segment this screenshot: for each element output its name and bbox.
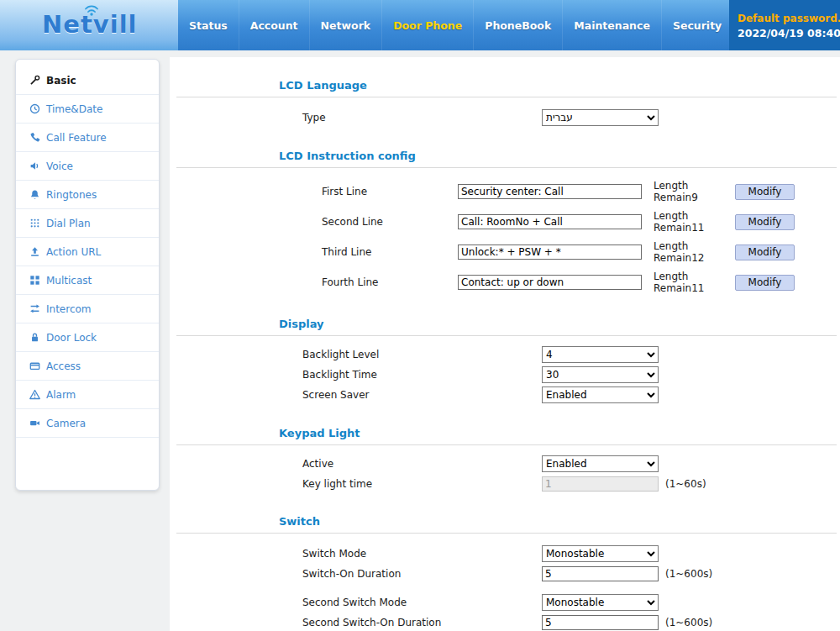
field-label: Backlight Level — [302, 349, 542, 360]
sidebar-item-label: Alarm — [46, 389, 76, 401]
lcd-language-type-select[interactable]: עברית — [542, 109, 659, 126]
form-row-switch-mode: Switch Mode Monostable — [302, 545, 840, 562]
wifi-antenna-icon — [81, 2, 102, 19]
sidebar-menu: Basic Time&Date Call Feature Voice Ringt… — [15, 59, 160, 491]
form-row-switch-on-duration: Switch-On Duration (1~600s) — [302, 566, 840, 581]
switch-on-duration-input[interactable] — [542, 566, 659, 581]
field-label: Second Line — [322, 216, 458, 228]
form-row-second-switch-on-duration: Second Switch-On Duration (1~600s) — [302, 615, 840, 630]
field-label: Type — [302, 112, 542, 124]
upload-icon — [29, 246, 40, 257]
sidebar-item-access[interactable]: Access — [16, 352, 159, 381]
range-hint: (1~60s) — [665, 478, 706, 490]
lock-icon — [29, 332, 40, 343]
sidebar-item-label: Ringtones — [46, 189, 97, 201]
modify-button[interactable]: Modify — [735, 214, 795, 230]
field-label: Switch-On Duration — [302, 568, 542, 580]
sidebar-item-multicast[interactable]: Multicast — [16, 266, 159, 295]
range-hint: (1~600s) — [665, 617, 712, 628]
sidebar-item-label: Dial Plan — [46, 218, 91, 229]
screen-saver-select[interactable]: Enabled — [542, 386, 659, 403]
second-switch-mode-select[interactable]: Monostable — [542, 594, 659, 611]
tab-network[interactable]: Network — [309, 0, 382, 50]
tab-account[interactable]: Account — [239, 0, 309, 50]
field-label: Second Switch-On Duration — [302, 617, 542, 628]
tab-status[interactable]: Status — [178, 0, 239, 50]
sidebar-item-label: Camera — [46, 418, 86, 429]
sidebar-item-ringtones[interactable]: Ringtones — [16, 181, 159, 209]
camera-icon — [29, 418, 40, 429]
form-row-second-line: Second Line Length Remain11 Modify — [322, 210, 840, 234]
sidebar-item-door-lock[interactable]: Door Lock — [16, 323, 159, 352]
form-row-key-light-time: Key light time (1~60s) — [302, 476, 840, 492]
sidebar-item-time-date[interactable]: Time&Date — [16, 95, 159, 124]
tab-phonebook[interactable]: PhoneBook — [473, 0, 562, 50]
second-switch-on-duration-input[interactable] — [542, 615, 659, 630]
range-hint: (1~600s) — [665, 568, 712, 580]
sidebar-item-label: Multicast — [46, 275, 92, 287]
speaker-icon — [29, 160, 40, 171]
backlight-level-select[interactable]: 4 — [542, 346, 659, 363]
field-label: Screen Saver — [302, 389, 542, 401]
sidebar-item-camera[interactable]: Camera — [16, 409, 159, 438]
sidebar-item-call-feature[interactable]: Call Feature — [16, 124, 159, 152]
app-window: Netvill Status Account Network Door Phon… — [0, 0, 840, 631]
section-title-lcd-instruction-config: LCD Instruction config — [279, 150, 840, 162]
section-divider — [176, 97, 837, 97]
form-row-backlight-level: Backlight Level 4 — [302, 346, 840, 363]
header-status-box: Default password. 2022/04/19 08:40 — [729, 0, 840, 50]
modify-button[interactable]: Modify — [735, 184, 795, 200]
field-label: Backlight Time — [302, 369, 542, 381]
bell-icon — [29, 189, 40, 200]
third-line-input[interactable] — [458, 245, 642, 260]
length-remain-text: Length Remain9 — [654, 180, 735, 203]
field-label: Active — [302, 458, 542, 470]
modify-button[interactable]: Modify — [735, 245, 795, 260]
switch-mode-select[interactable]: Monostable — [542, 545, 659, 562]
length-remain-text: Length Remain11 — [654, 210, 735, 234]
swap-arrows-icon — [29, 303, 40, 314]
sidebar-item-intercom[interactable]: Intercom — [16, 295, 159, 323]
sidebar-item-voice[interactable]: Voice — [16, 152, 159, 181]
section-title-switch: Switch — [279, 515, 840, 528]
sidebar-item-label: Voice — [46, 160, 73, 172]
second-line-input[interactable] — [458, 214, 642, 229]
form-row-screen-saver: Screen Saver Enabled — [302, 386, 840, 403]
nav-tabs: Status Account Network Door Phone PhoneB… — [178, 0, 789, 50]
keypad-active-select[interactable]: Enabled — [542, 455, 659, 472]
form-row-backlight-time: Backlight Time 30 — [302, 366, 840, 383]
fourth-line-input[interactable] — [458, 275, 642, 290]
keypad-icon — [29, 218, 40, 229]
clock-icon — [29, 103, 40, 114]
section-divider — [176, 444, 837, 445]
field-label: First Line — [322, 186, 458, 197]
warning-icon — [29, 389, 40, 400]
key-light-time-input — [542, 476, 659, 492]
form-row-third-line: Third Line Length Remain12 Modify — [322, 240, 840, 264]
sidebar-item-basic[interactable]: Basic — [16, 66, 159, 95]
card-icon — [29, 360, 40, 371]
modify-button[interactable]: Modify — [735, 275, 795, 291]
sidebar-item-label: Basic — [46, 75, 76, 87]
backlight-time-select[interactable]: 30 — [542, 366, 659, 383]
sidebar-item-label: Call Feature — [46, 132, 107, 144]
section-divider — [176, 167, 837, 168]
section-title-display: Display — [279, 318, 840, 330]
default-password-warning: Default password. — [738, 13, 835, 24]
tab-door-phone[interactable]: Door Phone — [381, 0, 473, 50]
section-title-keypad-light: Keypad Light — [279, 427, 840, 439]
field-label: Key light time — [302, 478, 542, 490]
phone-icon — [29, 132, 40, 143]
section-divider — [176, 335, 837, 336]
sidebar-item-alarm[interactable]: Alarm — [16, 381, 159, 409]
tab-maintenance[interactable]: Maintenance — [562, 0, 661, 50]
main-panel: LCD Language Type עברית LCD Instruction … — [170, 57, 840, 631]
form-row-keypad-active: Active Enabled — [302, 455, 840, 472]
field-label: Switch Mode — [302, 548, 542, 560]
sidebar-item-label: Door Lock — [46, 332, 97, 344]
tab-security[interactable]: Security — [661, 0, 732, 50]
sidebar-item-dial-plan[interactable]: Dial Plan — [16, 209, 159, 238]
multicast-icon — [29, 275, 40, 286]
sidebar-item-action-url[interactable]: Action URL — [16, 238, 159, 266]
first-line-input[interactable] — [458, 184, 642, 199]
